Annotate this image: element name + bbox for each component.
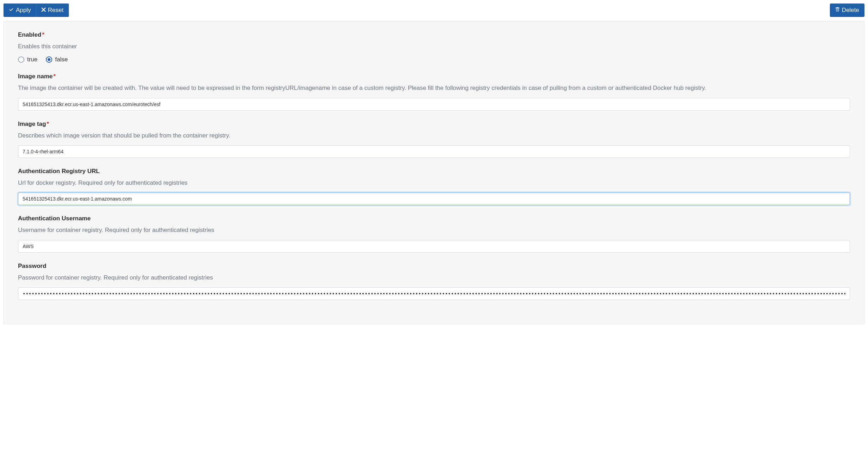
toolbar-right-group: Delete <box>830 4 864 17</box>
delete-button[interactable]: Delete <box>830 4 864 17</box>
trash-icon <box>835 7 840 14</box>
password-input[interactable] <box>18 287 850 300</box>
apply-button[interactable]: Apply <box>4 4 36 17</box>
auth-registry-url-input[interactable] <box>18 192 850 205</box>
password-help: Password for container registry. Require… <box>18 273 850 282</box>
toolbar: Apply Reset Delete <box>0 0 868 17</box>
auth-registry-url-help: Url for docker registry. Required only f… <box>18 178 850 188</box>
toolbar-left-group: Apply Reset <box>4 4 69 17</box>
apply-button-label: Apply <box>16 7 31 14</box>
image-tag-help: Describes which image version that shoul… <box>18 131 850 140</box>
image-name-label: Image name* <box>18 73 850 80</box>
enabled-radio-true[interactable]: true <box>18 56 37 63</box>
field-password: Password Password for container registry… <box>18 263 850 300</box>
field-image-name: Image name* The image the container will… <box>18 73 850 110</box>
enabled-help: Enables this container <box>18 42 850 51</box>
radio-true-label: true <box>27 56 37 63</box>
reset-button[interactable]: Reset <box>36 4 69 17</box>
image-name-input[interactable] <box>18 98 850 111</box>
image-tag-label: Image tag* <box>18 121 850 128</box>
auth-registry-url-label: Authentication Registry URL <box>18 168 850 175</box>
image-tag-input[interactable] <box>18 145 850 158</box>
enabled-radio-false[interactable]: false <box>46 56 68 63</box>
required-asterisk: * <box>47 121 49 127</box>
password-label: Password <box>18 263 850 270</box>
required-asterisk: * <box>42 31 44 38</box>
reset-button-label: Reset <box>48 7 64 14</box>
form-panel: Enabled* Enables this container true fal… <box>4 21 864 324</box>
auth-username-label: Authentication Username <box>18 215 850 222</box>
delete-button-label: Delete <box>842 7 859 14</box>
check-icon <box>9 7 14 14</box>
field-auth-registry-url: Authentication Registry URL Url for dock… <box>18 168 850 205</box>
close-icon <box>41 7 46 14</box>
image-name-help: The image the container will be created … <box>18 84 850 93</box>
auth-username-input[interactable] <box>18 240 850 253</box>
radio-icon <box>46 56 52 63</box>
enabled-label: Enabled* <box>18 31 850 38</box>
field-image-tag: Image tag* Describes which image version… <box>18 121 850 158</box>
radio-icon <box>18 56 24 63</box>
field-enabled: Enabled* Enables this container true fal… <box>18 31 850 63</box>
enabled-radio-group: true false <box>18 56 850 63</box>
auth-username-help: Username for container registry. Require… <box>18 226 850 235</box>
required-asterisk: * <box>53 73 56 80</box>
field-auth-username: Authentication Username Username for con… <box>18 215 850 252</box>
radio-false-label: false <box>55 56 68 63</box>
